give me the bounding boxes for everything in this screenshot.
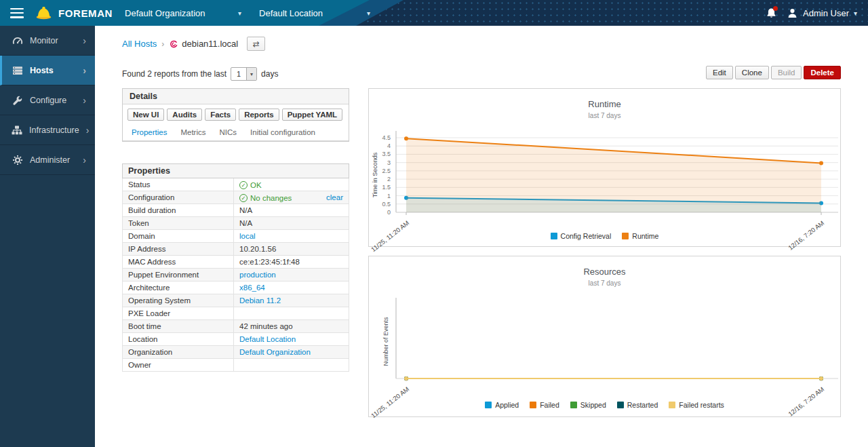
runtime-chart-title: Runtime xyxy=(369,99,840,109)
breadcrumb: All Hosts › debian11.local ⇄ xyxy=(122,37,265,51)
svg-text:1: 1 xyxy=(387,193,391,199)
details-buttons: New UIAuditsFactsReportsPuppet YAML xyxy=(123,104,349,125)
resources-chart-title: Resources xyxy=(369,267,840,277)
legend-swatch xyxy=(530,402,536,408)
chevron-right-icon: › xyxy=(86,125,90,136)
delete-button[interactable]: Delete xyxy=(804,66,841,79)
table-row: LocationDefault Location xyxy=(123,333,349,346)
tab-nics[interactable]: NICs xyxy=(213,125,243,140)
property-value-cell: N/A xyxy=(234,217,349,230)
property-label: Operating System xyxy=(123,294,234,307)
table-row: Status✓OK xyxy=(123,178,349,191)
property-value-cell: production xyxy=(234,269,349,281)
edit-button[interactable]: Edit xyxy=(706,66,733,79)
legend-label: Runtime xyxy=(632,232,658,240)
facts-button[interactable]: Facts xyxy=(205,109,236,121)
status-value: ✓OK xyxy=(239,181,262,189)
legend-label: Applied xyxy=(495,401,519,409)
property-value-cell: Default Location xyxy=(234,333,349,346)
legend-item-failed[interactable]: Failed xyxy=(530,401,559,409)
svg-text:2.5: 2.5 xyxy=(382,168,391,174)
report-summary-suffix: days xyxy=(261,69,278,79)
sidebar-item-monitor[interactable]: Monitor› xyxy=(0,26,95,56)
report-summary-text: Found 2 reports from the last xyxy=(122,69,226,79)
details-tabs: PropertiesMetricsNICsInitial configurati… xyxy=(123,125,349,141)
property-label: Token xyxy=(123,217,234,230)
property-value: 42 minutes ago xyxy=(239,322,293,330)
location-selector[interactable]: Default Location ▾ xyxy=(259,8,370,18)
property-value-link[interactable]: local xyxy=(239,232,256,240)
property-label: MAC Address xyxy=(123,256,234,269)
unread-notification-badge xyxy=(773,6,778,11)
organization-label: Default Organization xyxy=(125,8,205,18)
report-days-value: 1 xyxy=(231,68,246,80)
clone-button[interactable]: Clone xyxy=(735,66,769,79)
table-row: Configuration✓No changesclear xyxy=(123,191,349,204)
legend-item-failed-restarts[interactable]: Failed restarts xyxy=(669,401,724,409)
gauge-icon xyxy=(12,35,23,46)
notifications-button[interactable] xyxy=(766,7,777,19)
resources-chart: Resources last 7 days Number of Events11… xyxy=(368,256,841,417)
property-value: 10.20.1.56 xyxy=(239,245,276,253)
select-caret: ▾ xyxy=(246,68,256,80)
legend-item-applied[interactable]: Applied xyxy=(485,401,519,409)
chevron-right-icon: › xyxy=(83,35,86,46)
property-value-link[interactable]: Default Organization xyxy=(239,348,311,356)
new-ui-button[interactable]: New UI xyxy=(127,109,164,121)
report-days-select[interactable]: 1 ▾ xyxy=(231,67,257,81)
property-value-link[interactable]: Default Location xyxy=(239,335,296,343)
property-value-link[interactable]: production xyxy=(239,271,276,279)
legacy-ui-toggle-button[interactable]: ⇄ xyxy=(247,37,265,51)
property-value-cell: ce:e1:23:45:1f:48 xyxy=(234,256,349,269)
property-value-cell: x86_64 xyxy=(234,281,349,294)
reports-button[interactable]: Reports xyxy=(239,109,279,121)
svg-text:2: 2 xyxy=(387,176,391,182)
property-value-cell: 10.20.1.56 xyxy=(234,243,349,256)
table-row: Domainlocal xyxy=(123,230,349,243)
clear-link[interactable]: clear xyxy=(326,193,343,201)
chart-plot-area: 00.511.522.533.544.5Time in Seconds11/25… xyxy=(369,128,842,229)
current-host-name: debian11.local xyxy=(182,39,238,49)
status-value: ✓No changes xyxy=(239,194,292,202)
chevron-right-icon: › xyxy=(83,95,86,106)
check-circle-icon: ✓ xyxy=(239,181,248,189)
legend-label: Failed xyxy=(540,401,559,409)
check-circle-icon: ✓ xyxy=(239,194,248,202)
sidebar-item-administer[interactable]: Administer› xyxy=(0,145,95,175)
hamburger-icon[interactable] xyxy=(10,8,24,18)
organization-selector[interactable]: Default Organization ▾ xyxy=(125,8,241,18)
property-value-cell: local xyxy=(234,230,349,243)
debian-icon xyxy=(169,39,178,49)
tab-initial-configuration[interactable]: Initial configuration xyxy=(244,125,321,140)
table-row: Build durationN/A xyxy=(123,204,349,217)
legend-swatch xyxy=(570,402,577,408)
main-content: All Hosts › debian11.local ⇄ Found 2 rep… xyxy=(95,26,868,447)
tab-properties[interactable]: Properties xyxy=(125,125,173,140)
svg-text:4.5: 4.5 xyxy=(382,134,391,141)
report-summary-bar: Found 2 reports from the last 1 ▾ days xyxy=(122,67,278,81)
tab-metrics[interactable]: Metrics xyxy=(174,125,212,140)
details-card-title: Details xyxy=(123,89,349,104)
legend-item-skipped[interactable]: Skipped xyxy=(570,401,606,409)
property-value-link[interactable]: x86_64 xyxy=(239,284,265,292)
legend-swatch xyxy=(617,402,624,408)
sidebar-item-label: Infrastructure xyxy=(29,125,79,135)
property-value-link[interactable]: Debian 11.2 xyxy=(239,296,281,305)
sidebar-item-configure[interactable]: Configure› xyxy=(0,85,95,115)
legend-item-runtime[interactable]: Runtime xyxy=(622,232,658,240)
breadcrumb-separator: › xyxy=(161,39,164,49)
legend-item-restarted[interactable]: Restarted xyxy=(617,401,658,409)
table-row: IP Address10.20.1.56 xyxy=(123,243,349,256)
sidebar-nav: Monitor›Hosts›Configure›Infrastructure›A… xyxy=(0,26,95,447)
legend-item-config-retrieval[interactable]: Config Retrieval xyxy=(551,232,612,240)
svg-text:1.5: 1.5 xyxy=(382,184,391,191)
sidebar-item-hosts[interactable]: Hosts› xyxy=(0,56,95,85)
sidebar-item-infrastructure[interactable]: Infrastructure› xyxy=(0,115,95,145)
table-row: Operating SystemDebian 11.2 xyxy=(123,294,349,307)
table-row: PXE Loader xyxy=(123,307,349,320)
breadcrumb-all-hosts-link[interactable]: All Hosts xyxy=(122,39,157,49)
svg-text:3: 3 xyxy=(387,159,391,166)
user-menu[interactable]: Admin User ▾ xyxy=(787,7,857,19)
puppet-yaml-button[interactable]: Puppet YAML xyxy=(282,109,342,121)
audits-button[interactable]: Audits xyxy=(167,109,202,121)
